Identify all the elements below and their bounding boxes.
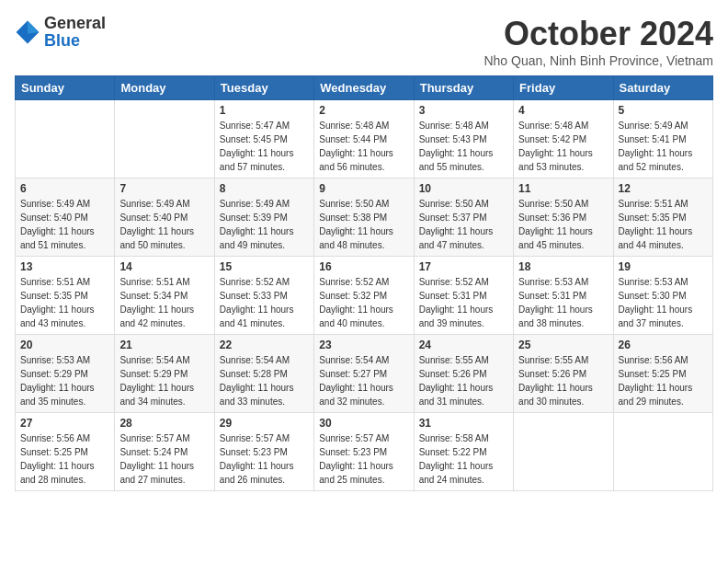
day-number: 30: [319, 417, 408, 430]
day-number: 14: [119, 260, 209, 273]
calendar-cell: 16Sunrise: 5:52 AMSunset: 5:32 PMDayligh…: [314, 257, 414, 335]
page-header: General Blue October 2024 Nho Quan, Ninh…: [15, 15, 713, 68]
calendar-cell: 24Sunrise: 5:55 AMSunset: 5:26 PMDayligh…: [414, 335, 513, 413]
calendar-week-2: 6Sunrise: 5:49 AMSunset: 5:40 PMDaylight…: [16, 178, 713, 257]
calendar-cell: 7Sunrise: 5:49 AMSunset: 5:40 PMDaylight…: [115, 178, 214, 257]
day-info: Sunrise: 5:54 AMSunset: 5:29 PMDaylight:…: [119, 353, 209, 408]
day-number: 6: [20, 182, 109, 195]
day-number: 25: [518, 339, 608, 351]
calendar-cell: 27Sunrise: 5:56 AMSunset: 5:25 PMDayligh…: [16, 413, 115, 491]
day-info: Sunrise: 5:54 AMSunset: 5:27 PMDaylight:…: [319, 353, 408, 408]
calendar-week-1: 1Sunrise: 5:47 AMSunset: 5:45 PMDaylight…: [16, 100, 713, 178]
day-info: Sunrise: 5:52 AMSunset: 5:32 PMDaylight:…: [319, 275, 408, 330]
calendar-cell: 19Sunrise: 5:53 AMSunset: 5:30 PMDayligh…: [613, 257, 712, 335]
calendar-cell: 23Sunrise: 5:54 AMSunset: 5:27 PMDayligh…: [314, 335, 414, 413]
calendar-cell: 28Sunrise: 5:57 AMSunset: 5:24 PMDayligh…: [115, 413, 214, 491]
day-info: Sunrise: 5:50 AMSunset: 5:36 PMDaylight:…: [518, 197, 608, 252]
calendar-cell: 25Sunrise: 5:55 AMSunset: 5:26 PMDayligh…: [514, 335, 613, 413]
weekday-header-sunday: Sunday: [16, 76, 115, 100]
calendar-cell: 15Sunrise: 5:52 AMSunset: 5:33 PMDayligh…: [214, 257, 313, 335]
calendar-cell: [514, 413, 613, 491]
day-number: 26: [619, 339, 708, 351]
day-info: Sunrise: 5:53 AMSunset: 5:31 PMDaylight:…: [518, 275, 608, 330]
day-info: Sunrise: 5:57 AMSunset: 5:24 PMDaylight:…: [119, 431, 209, 487]
calendar-cell: 13Sunrise: 5:51 AMSunset: 5:35 PMDayligh…: [16, 257, 115, 335]
weekday-header-saturday: Saturday: [613, 76, 712, 100]
day-number: 13: [20, 260, 109, 273]
calendar-week-4: 20Sunrise: 5:53 AMSunset: 5:29 PMDayligh…: [16, 335, 713, 413]
day-number: 17: [419, 260, 508, 273]
calendar-cell: 2Sunrise: 5:48 AMSunset: 5:44 PMDaylight…: [314, 100, 414, 178]
day-info: Sunrise: 5:49 AMSunset: 5:39 PMDaylight:…: [220, 197, 309, 252]
day-number: 4: [518, 104, 608, 117]
day-number: 19: [619, 260, 708, 273]
weekday-header-wednesday: Wednesday: [314, 76, 414, 100]
calendar-cell: 3Sunrise: 5:48 AMSunset: 5:43 PMDaylight…: [414, 100, 513, 178]
day-info: Sunrise: 5:48 AMSunset: 5:42 PMDaylight:…: [518, 119, 608, 174]
day-info: Sunrise: 5:53 AMSunset: 5:29 PMDaylight:…: [20, 353, 109, 408]
calendar-cell: 20Sunrise: 5:53 AMSunset: 5:29 PMDayligh…: [16, 335, 115, 413]
day-info: Sunrise: 5:55 AMSunset: 5:26 PMDaylight:…: [419, 353, 508, 408]
day-number: 11: [518, 182, 608, 195]
day-info: Sunrise: 5:48 AMSunset: 5:43 PMDaylight:…: [419, 119, 508, 174]
day-number: 5: [619, 104, 708, 117]
day-number: 1: [220, 104, 309, 117]
day-number: 9: [319, 182, 408, 195]
month-title: October 2024: [483, 15, 713, 53]
day-info: Sunrise: 5:49 AMSunset: 5:41 PMDaylight:…: [619, 119, 708, 174]
day-info: Sunrise: 5:52 AMSunset: 5:31 PMDaylight:…: [419, 275, 508, 330]
logo-blue: Blue: [44, 31, 80, 50]
day-number: 10: [419, 182, 508, 195]
svg-marker-1: [28, 21, 39, 34]
day-number: 29: [220, 417, 309, 430]
calendar-cell: 21Sunrise: 5:54 AMSunset: 5:29 PMDayligh…: [115, 335, 214, 413]
calendar-cell: 11Sunrise: 5:50 AMSunset: 5:36 PMDayligh…: [514, 178, 613, 257]
calendar-cell: 1Sunrise: 5:47 AMSunset: 5:45 PMDaylight…: [214, 100, 313, 178]
day-info: Sunrise: 5:50 AMSunset: 5:38 PMDaylight:…: [319, 197, 408, 252]
logo-general: General: [44, 14, 106, 32]
logo: General Blue: [15, 15, 106, 50]
day-number: 27: [20, 417, 109, 430]
day-number: 23: [319, 339, 408, 351]
day-info: Sunrise: 5:55 AMSunset: 5:26 PMDaylight:…: [518, 353, 608, 408]
day-info: Sunrise: 5:56 AMSunset: 5:25 PMDaylight:…: [619, 353, 708, 408]
day-number: 7: [119, 182, 209, 195]
day-info: Sunrise: 5:57 AMSunset: 5:23 PMDaylight:…: [319, 431, 408, 487]
calendar-cell: 5Sunrise: 5:49 AMSunset: 5:41 PMDaylight…: [613, 100, 712, 178]
day-number: 15: [220, 260, 309, 273]
day-info: Sunrise: 5:48 AMSunset: 5:44 PMDaylight:…: [319, 119, 408, 174]
calendar-cell: [16, 100, 115, 178]
calendar-cell: 26Sunrise: 5:56 AMSunset: 5:25 PMDayligh…: [613, 335, 712, 413]
calendar-cell: 22Sunrise: 5:54 AMSunset: 5:28 PMDayligh…: [214, 335, 313, 413]
day-number: 12: [619, 182, 708, 195]
day-info: Sunrise: 5:50 AMSunset: 5:37 PMDaylight:…: [419, 197, 508, 252]
calendar-cell: 30Sunrise: 5:57 AMSunset: 5:23 PMDayligh…: [314, 413, 414, 491]
calendar-cell: 17Sunrise: 5:52 AMSunset: 5:31 PMDayligh…: [414, 257, 513, 335]
day-info: Sunrise: 5:51 AMSunset: 5:35 PMDaylight:…: [619, 197, 708, 252]
day-info: Sunrise: 5:51 AMSunset: 5:35 PMDaylight:…: [20, 275, 109, 330]
day-info: Sunrise: 5:56 AMSunset: 5:25 PMDaylight:…: [20, 431, 109, 487]
day-number: 2: [319, 104, 408, 117]
calendar-table: SundayMondayTuesdayWednesdayThursdayFrid…: [15, 75, 713, 491]
location: Nho Quan, Ninh Binh Province, Vietnam: [483, 53, 713, 68]
calendar-cell: 8Sunrise: 5:49 AMSunset: 5:39 PMDaylight…: [214, 178, 313, 257]
calendar-cell: 14Sunrise: 5:51 AMSunset: 5:34 PMDayligh…: [115, 257, 214, 335]
day-number: 16: [319, 260, 408, 273]
calendar-cell: 10Sunrise: 5:50 AMSunset: 5:37 PMDayligh…: [414, 178, 513, 257]
calendar-week-5: 27Sunrise: 5:56 AMSunset: 5:25 PMDayligh…: [16, 413, 713, 491]
logo-text: General Blue: [44, 15, 106, 50]
day-info: Sunrise: 5:47 AMSunset: 5:45 PMDaylight:…: [220, 119, 309, 174]
day-number: 3: [419, 104, 508, 117]
weekday-header-thursday: Thursday: [414, 76, 513, 100]
calendar-cell: [115, 100, 214, 178]
day-info: Sunrise: 5:57 AMSunset: 5:23 PMDaylight:…: [220, 431, 309, 487]
day-number: 31: [419, 417, 508, 430]
weekday-header-friday: Friday: [514, 76, 613, 100]
day-number: 8: [220, 182, 309, 195]
day-number: 28: [119, 417, 209, 430]
day-info: Sunrise: 5:54 AMSunset: 5:28 PMDaylight:…: [220, 353, 309, 408]
weekday-header-monday: Monday: [115, 76, 214, 100]
day-info: Sunrise: 5:49 AMSunset: 5:40 PMDaylight:…: [20, 197, 109, 252]
day-number: 22: [220, 339, 309, 351]
day-info: Sunrise: 5:51 AMSunset: 5:34 PMDaylight:…: [119, 275, 209, 330]
